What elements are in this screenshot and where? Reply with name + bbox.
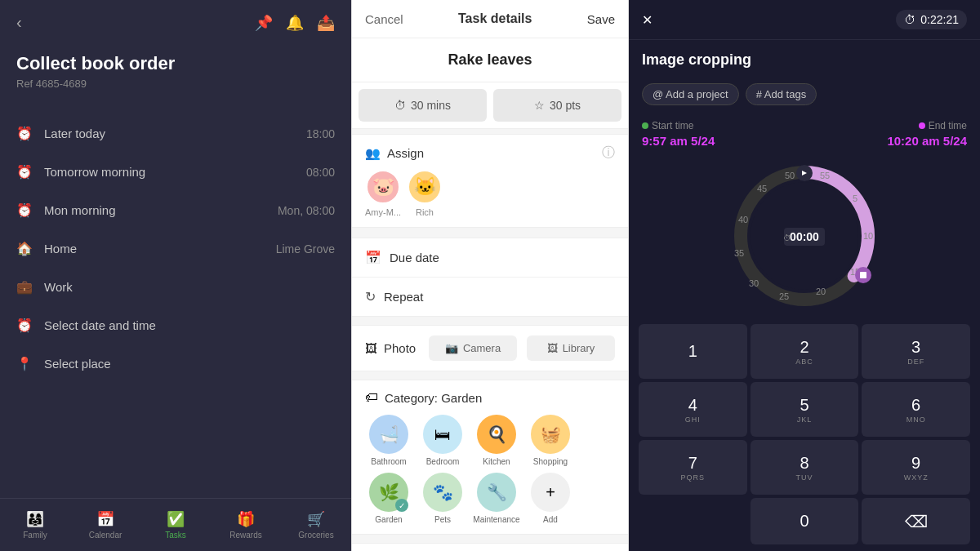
list-item-label: Later today (44, 127, 295, 140)
numpad-1[interactable]: 1 (639, 324, 747, 379)
notes-section: ✏️ Notes (352, 543, 628, 551)
cancel-button[interactable]: Cancel (365, 12, 403, 26)
category-bedroom[interactable]: 🛏 Bedroom (419, 415, 466, 466)
list-item-value: Mon, 08:00 (278, 204, 335, 217)
nav-rewards[interactable]: 🎁 Rewards (211, 505, 281, 544)
time-button[interactable]: ⏱ 30 mins (359, 89, 487, 122)
numpad-0[interactable]: 0 (751, 498, 859, 544)
add-tags-pill[interactable]: # Add tags (746, 83, 817, 105)
camera-button[interactable]: 📷 Camera (429, 335, 517, 361)
list-item[interactable]: 🏠 Home Lime Grove (0, 229, 351, 268)
category-garden[interactable]: 🌿 Garden (365, 473, 412, 524)
time-range-row: Start time 9:57 am 5/24 End time 10:20 a… (629, 113, 980, 154)
photo-icon: 🖼 (365, 341, 377, 355)
list-item[interactable]: ⏰ Later today 18:00 (0, 114, 351, 153)
pin-icon[interactable]: 📌 (255, 14, 273, 32)
pts-label: 30 pts (550, 99, 581, 112)
svg-text:20: 20 (816, 287, 826, 296)
repeat-icon: ↻ (365, 289, 376, 304)
category-pets[interactable]: 🐾 Pets (419, 473, 466, 524)
num-sub: PQRS (681, 473, 706, 482)
numpad-backspace[interactable]: ⌫ (862, 498, 970, 544)
list-item-value: 08:00 (306, 166, 335, 179)
numpad-8[interactable]: 8TUV (751, 440, 859, 495)
list-item[interactable]: ⏰ Mon morning Mon, 08:00 (0, 191, 351, 229)
numpad-2[interactable]: 2ABC (751, 324, 859, 379)
svg-text:10: 10 (863, 231, 873, 241)
list-item[interactable]: ⏰ Select date and time (0, 306, 351, 344)
clock-icon: ⏱ (394, 99, 406, 112)
svg-text:45: 45 (757, 184, 767, 193)
avatar-circle: 🐷 (366, 170, 400, 204)
cat-circle: 🛏 (423, 415, 462, 454)
save-button[interactable]: Save (587, 12, 615, 26)
nav-tasks[interactable]: ✅ Tasks (140, 505, 211, 544)
numpad-4[interactable]: 4GHI (639, 382, 747, 437)
numpad-6[interactable]: 6MNO (862, 382, 970, 437)
num-main: 5 (800, 396, 808, 415)
list-item-value: 18:00 (306, 127, 335, 140)
bell-icon[interactable]: 🔔 (286, 14, 304, 32)
export-icon[interactable]: 📤 (317, 14, 335, 32)
numpad-3[interactable]: 3DEF (862, 324, 970, 379)
num-main: 6 (911, 396, 920, 415)
list-item-icon: 💼 (16, 279, 33, 295)
svg-text:00:00: 00:00 (790, 230, 819, 243)
due-date-row[interactable]: 📅 Due date (352, 238, 628, 278)
numpad-9[interactable]: 9WXYZ (862, 440, 970, 495)
pts-button[interactable]: ☆ 30 pts (493, 89, 621, 122)
avatar-item[interactable]: 🐷 Amy-M... (365, 170, 401, 217)
due-date-section: 📅 Due date ↻ Repeat (352, 238, 628, 317)
nav-icon: 👨‍👩‍👧 (26, 510, 44, 528)
category-bathroom[interactable]: 🛁 Bathroom (365, 415, 412, 466)
add-project-pill[interactable]: @ Add a project (642, 83, 739, 105)
close-button[interactable]: ✕ (642, 12, 653, 28)
num-main: 4 (688, 396, 697, 415)
nav-family[interactable]: 👨‍👩‍👧 Family (0, 505, 70, 544)
category-kitchen[interactable]: 🍳 Kitchen (473, 415, 520, 466)
category-maintenance[interactable]: 🔧 Maintenance (473, 473, 520, 524)
timer-value: 0:22:21 (920, 13, 959, 26)
numpad-spacer (639, 498, 747, 544)
nav-icon: 🎁 (237, 510, 255, 528)
cat-name: Bedroom (426, 457, 460, 466)
cat-circle: + (531, 473, 570, 512)
list-item[interactable]: ⏰ Tomorrow morning 08:00 (0, 153, 351, 191)
end-time-item: End time 10:20 am 5/24 (887, 120, 967, 148)
nav-groceries[interactable]: 🛒 Groceries (281, 505, 351, 544)
nav-label: Calendar (89, 531, 122, 540)
camera-icon: 📷 (445, 342, 458, 354)
assign-info-icon[interactable]: ⓘ (602, 144, 615, 162)
nav-label: Tasks (165, 531, 186, 540)
avatar-item[interactable]: 🐱 Rich (408, 170, 442, 217)
library-button[interactable]: 🖼 Library (527, 335, 615, 361)
avatar-name: Rich (416, 207, 434, 217)
header-icons: 📌 🔔 📤 (255, 14, 335, 32)
category-section: 🏷 Category: Garden 🛁 Bathroom 🛏 Bedroom … (352, 380, 628, 535)
list-item-icon: 🏠 (16, 241, 33, 256)
start-time-item: Start time 9:57 am 5/24 (642, 120, 715, 148)
back-icon[interactable]: ‹ (16, 13, 22, 32)
list-item-label: Mon morning (44, 203, 266, 217)
task-ref: Ref 4685-4689 (16, 78, 335, 90)
cat-name: Pets (434, 515, 451, 524)
avatars: 🐷 Amy-M... 🐱 Rich (365, 170, 615, 217)
cat-circle: 🌿 (369, 473, 408, 512)
numpad-7[interactable]: 7PQRS (639, 440, 747, 495)
middle-header: Cancel Task details Save (352, 0, 628, 38)
repeat-row[interactable]: ↻ Repeat (352, 278, 628, 316)
num-sub: GHI (685, 415, 701, 424)
list-item[interactable]: 💼 Work (0, 268, 351, 306)
numpad-5[interactable]: 5JKL (751, 382, 859, 437)
svg-text:50: 50 (785, 171, 795, 180)
list-item-value: Lime Grove (276, 242, 335, 256)
nav-calendar[interactable]: 📅 Calendar (70, 505, 140, 544)
due-date-label: Due date (390, 251, 615, 264)
category-grid: 🛁 Bathroom 🛏 Bedroom 🍳 Kitchen 🧺 Shoppin… (365, 415, 615, 524)
category-shopping[interactable]: 🧺 Shopping (527, 415, 574, 466)
left-list: ⏰ Later today 18:00 ⏰ Tomorrow morning 0… (0, 106, 351, 498)
list-item[interactable]: 📍 Select place (0, 344, 351, 383)
timer-display: ⏱ 0:22:21 (896, 10, 967, 29)
right-header: ✕ ⏱ 0:22:21 (629, 0, 980, 40)
category-add[interactable]: + Add (527, 473, 574, 524)
